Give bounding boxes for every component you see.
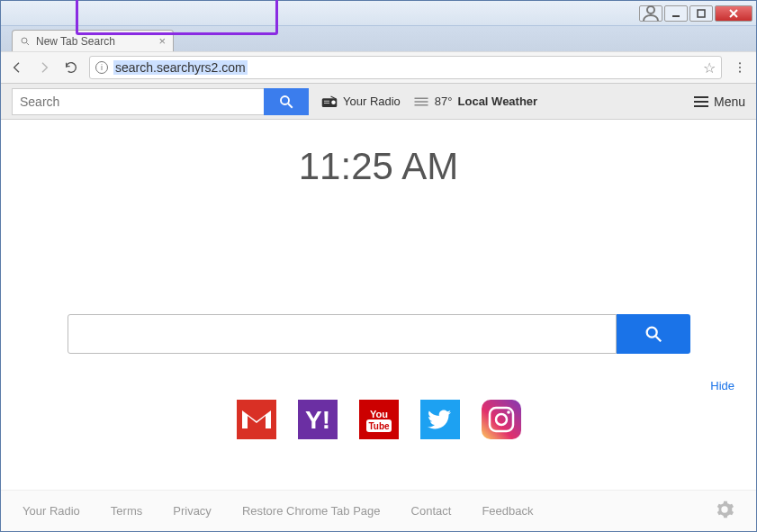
search-icon [20, 36, 31, 47]
weather-link[interactable]: 87° Local Weather [413, 95, 537, 108]
svg-line-24 [655, 337, 661, 342]
footer-feedback-link[interactable]: Feedback [482, 504, 533, 518]
svg-rect-2 [698, 10, 705, 17]
back-button[interactable] [8, 59, 26, 77]
svg-point-9 [739, 71, 741, 73]
youtube-icon[interactable]: YouTube [359, 400, 399, 439]
footer-privacy-link[interactable]: Privacy [173, 504, 212, 518]
settings-gear-icon[interactable] [715, 500, 734, 522]
main-search-input[interactable] [68, 314, 617, 354]
clock-display: 11:25 AM [299, 145, 458, 188]
browser-menu-button[interactable] [731, 59, 749, 77]
page-content: 11:25 AM Hide Y! YouTube [1, 120, 756, 490]
toolbar-search-input[interactable] [12, 88, 264, 115]
svg-point-23 [646, 328, 656, 338]
bookmark-star-icon[interactable]: ☆ [703, 59, 716, 77]
footer-radio-link[interactable]: Your Radio [23, 504, 80, 518]
address-bar[interactable]: i search.searchyrs2.com ☆ [89, 56, 722, 79]
svg-text:Tube: Tube [368, 421, 390, 431]
browser-navbar: i search.searchyrs2.com ☆ [1, 51, 756, 84]
extension-toolbar: Your Radio 87° Local Weather Menu [1, 84, 756, 120]
tab-strip: New Tab Search × [1, 26, 756, 51]
footer-contact-link[interactable]: Contact [411, 504, 452, 518]
twitter-icon[interactable] [420, 400, 460, 439]
info-icon[interactable]: i [95, 61, 108, 74]
svg-point-10 [281, 96, 289, 104]
maximize-button[interactable] [689, 5, 713, 22]
close-button[interactable] [715, 5, 752, 22]
svg-line-6 [27, 42, 30, 45]
weather-icon [413, 95, 429, 108]
user-button[interactable] [639, 5, 662, 22]
reload-button[interactable] [62, 59, 80, 77]
forward-button[interactable] [35, 59, 53, 77]
footer-restore-link[interactable]: Restore Chrome Tab Page [242, 504, 381, 518]
tab-close-icon[interactable]: × [158, 34, 166, 48]
temp-text: 87° [435, 95, 453, 108]
svg-text:You: You [370, 409, 388, 419]
url-text: search.searchyrs2.com [113, 60, 248, 75]
page-footer: Your Radio Terms Privacy Restore Chrome … [1, 490, 756, 531]
main-search [68, 314, 690, 354]
gmail-icon[interactable] [237, 400, 276, 439]
radio-label: Your Radio [343, 95, 401, 108]
svg-point-7 [739, 62, 741, 64]
instagram-icon[interactable] [482, 400, 521, 439]
your-radio-link[interactable]: Your Radio [321, 95, 401, 108]
svg-line-11 [288, 104, 293, 108]
svg-text:Y!: Y! [305, 406, 330, 434]
quick-links-row: Y! YouTube [237, 400, 521, 439]
menu-button[interactable]: Menu [694, 95, 745, 109]
toolbar-search-button[interactable] [264, 88, 309, 115]
svg-point-13 [331, 100, 336, 104]
main-search-button[interactable] [617, 314, 690, 354]
svg-point-5 [22, 38, 27, 43]
hide-link[interactable]: Hide [710, 379, 734, 392]
radio-icon [321, 95, 338, 108]
window-titlebar [1, 1, 756, 26]
svg-point-8 [739, 67, 741, 68]
footer-terms-link[interactable]: Terms [111, 504, 142, 518]
svg-rect-33 [482, 400, 521, 439]
svg-point-36 [507, 410, 510, 414]
tab-title: New Tab Search [36, 35, 115, 48]
browser-tab[interactable]: New Tab Search × [12, 30, 174, 51]
yahoo-icon[interactable]: Y! [298, 400, 338, 439]
menu-label: Menu [714, 95, 745, 109]
hamburger-icon [694, 95, 708, 108]
weather-label: Local Weather [458, 95, 538, 108]
svg-point-0 [647, 6, 654, 14]
toolbar-search [12, 88, 309, 115]
minimize-button[interactable] [664, 5, 688, 22]
